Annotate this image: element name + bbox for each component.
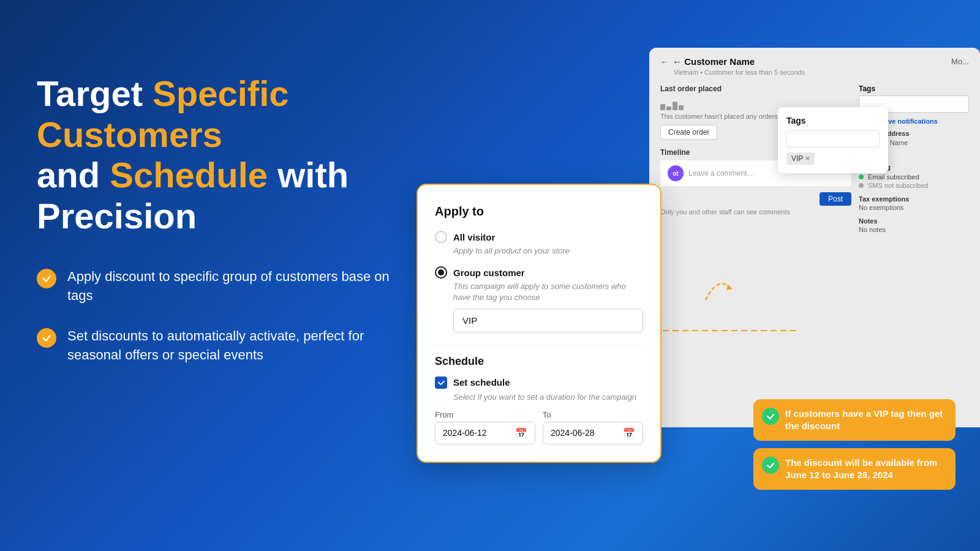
group-customer-desc: This campaign will apply to some custome… [453,281,643,303]
dashed-line-decoration [643,324,796,337]
heading-text1: Target [37,73,153,113]
vip-tag[interactable]: VIP × [786,152,815,165]
group-customer-radio[interactable] [435,266,447,279]
apply-to-title: Apply to [435,204,643,219]
date-range-row: From 2024-06-12 📅 To 2024-06-28 📅 [435,410,643,444]
set-schedule-row[interactable]: Set schedule [435,377,643,389]
to-calendar-icon[interactable]: 📅 [623,427,635,439]
all-visitor-label: All visitor [453,232,495,242]
all-visitor-option[interactable]: All visitor Apply to all product on your… [435,231,643,257]
user-avatar: ot [668,165,684,181]
feature-item-1: Apply discount to specific group of cust… [37,268,417,305]
from-date-input[interactable]: 2024-06-12 📅 [435,422,535,444]
remove-tag-icon[interactable]: × [805,154,810,163]
all-visitor-desc: Apply to all product on your store [453,246,643,257]
customer-subtitle: Vietnam • Customer for less than 5 secon… [674,69,969,76]
from-calendar-icon[interactable]: 📅 [515,427,527,439]
to-date-value: 2024-06-28 [551,428,595,438]
notif-check-icon-1 [762,408,779,425]
customer-name-title: ← Customer Name [673,56,755,67]
notes-value: No notes [859,226,969,233]
section-divider [435,345,643,345]
heading-highlight2: Schedule [110,155,268,195]
sms-dot [859,183,864,188]
bg-customer-wrap: ← ← Customer Name Mo... Vietnam • Custom… [649,48,980,427]
sms-not-subscribed: SMS not subscribed [868,182,928,189]
tags-section-label: Tags [859,84,969,93]
feature-text-1: Apply discount to specific group of cust… [67,268,417,305]
main-heading: Target Specific Customers and Schedule w… [37,73,417,237]
staff-note: Only you and other staff can see comment… [660,208,851,216]
tags-search-input[interactable] [786,130,880,148]
apply-to-modal: Apply to All visitor Apply to all produc… [417,184,662,463]
post-button[interactable]: Post [820,192,851,206]
tax-value: No exemptions [859,204,969,211]
email-subscribed: Email subscribed [868,173,919,181]
tags-overlay-popup: Tags VIP × [778,107,888,173]
arrow-decoration [699,269,736,306]
to-date-field: To 2024-06-28 📅 [543,410,643,444]
tags-overlay-title: Tags [786,116,880,126]
all-visitor-radio[interactable] [435,231,447,243]
check-icon-2 [37,328,56,348]
heading-text2: and [37,155,110,195]
notif-check-icon-2 [762,457,779,474]
set-schedule-label: Set schedule [453,377,510,388]
from-date-value: 2024-06-12 [443,428,487,438]
group-customer-option[interactable]: Group customer This campaign will apply … [435,266,643,332]
to-date-input[interactable]: 2024-06-28 📅 [543,422,643,444]
notification-text-1: If customers have a VIP tag then get the… [785,408,946,433]
more-options[interactable]: Mo... [951,57,969,66]
to-label: To [543,410,643,419]
feature-list: Apply discount to specific group of cust… [37,268,417,365]
notification-card-2: The discount will be available from June… [753,448,956,490]
schedule-title: Schedule [435,355,643,368]
svg-marker-0 [726,284,733,290]
from-label: From [435,410,535,419]
back-arrow-icon: ← [660,57,669,67]
create-order-button[interactable]: Create order [660,125,717,140]
last-order-label: Last order placed [660,84,851,93]
set-schedule-checkbox[interactable] [435,377,447,389]
schedule-description: Select if you want to set a duration for… [453,392,643,402]
comment-placeholder: Leave a comment... [688,169,753,178]
group-tag-input[interactable] [453,309,643,332]
notification-text-2: The discount will be available from June… [785,457,946,482]
from-date-field: From 2024-06-12 📅 [435,410,535,444]
email-dot [859,174,864,179]
tax-label: Tax exemptions [859,195,969,203]
group-customer-label: Group customer [453,268,525,278]
feature-text-2: Set discounts to automatically activate,… [67,327,417,365]
notes-label: Notes [859,217,969,225]
notification-card-1: If customers have a VIP tag then get the… [753,399,956,441]
vip-tag-label: VIP [791,154,803,163]
feature-item-2: Set discounts to automatically activate,… [37,327,417,365]
left-panel: Target Specific Customers and Schedule w… [37,73,417,387]
check-icon-1 [37,269,56,288]
